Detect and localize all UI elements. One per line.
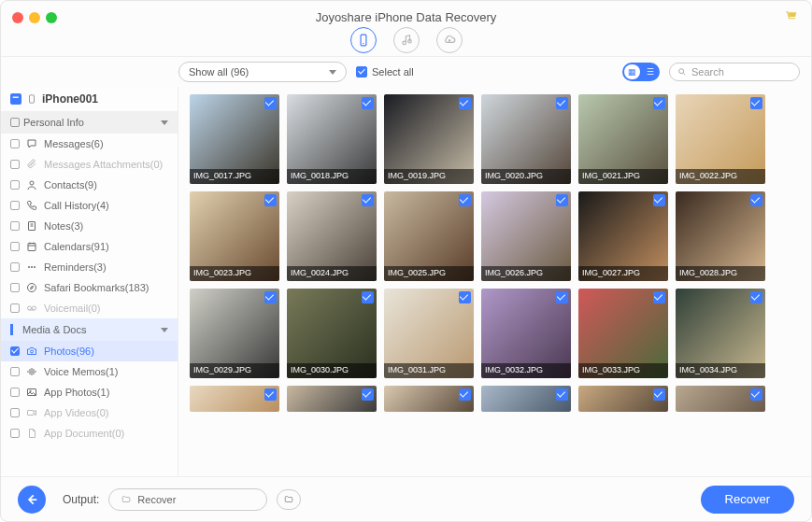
photo-thumbnail[interactable]: IMG_0028.JPG bbox=[676, 191, 765, 281]
mode-icloud[interactable] bbox=[436, 27, 463, 53]
checkbox-icon bbox=[10, 201, 20, 210]
main-body: iPhone001 Personal Info Messages(6)Messa… bbox=[1, 87, 811, 476]
photo-thumbnail[interactable]: IMG_0019.JPG bbox=[384, 94, 474, 184]
checkbox-icon bbox=[556, 97, 568, 109]
filter-dropdown[interactable]: Show all (96) bbox=[178, 62, 347, 82]
back-button[interactable] bbox=[18, 486, 46, 514]
photo-thumbnail[interactable]: IMG_0018.JPG bbox=[287, 94, 377, 184]
maximize-icon[interactable] bbox=[46, 12, 57, 23]
photo-thumbnail[interactable]: IMG_0027.JPG bbox=[578, 191, 668, 281]
browse-folder-button[interactable] bbox=[277, 489, 301, 510]
photo-thumbnail[interactable] bbox=[190, 386, 279, 412]
cart-icon[interactable] bbox=[785, 10, 798, 23]
checkbox-icon bbox=[653, 97, 665, 109]
checkbox-icon bbox=[10, 180, 20, 190]
photo-thumbnail[interactable]: IMG_0020.JPG bbox=[481, 94, 571, 184]
search-input[interactable]: Search bbox=[669, 63, 800, 81]
sidebar-item-label: App Document(0) bbox=[44, 428, 124, 439]
category-personal[interactable]: Personal Info bbox=[1, 111, 178, 134]
phone-icon bbox=[25, 200, 38, 211]
photo-filename: IMG_0024.JPG bbox=[287, 266, 377, 281]
photo-filename: IMG_0027.JPG bbox=[578, 266, 668, 281]
svg-rect-6 bbox=[30, 95, 35, 103]
photo-thumbnail[interactable]: IMG_0033.JPG bbox=[578, 289, 668, 378]
photo-thumbnail[interactable]: IMG_0021.JPG bbox=[578, 94, 668, 184]
sidebar-item[interactable]: Safari Bookmarks(183) bbox=[1, 277, 178, 298]
svg-rect-30 bbox=[28, 411, 35, 416]
photo-thumbnail[interactable] bbox=[481, 386, 571, 412]
photo-filename: IMG_0017.JPG bbox=[190, 169, 279, 184]
svg-point-4 bbox=[679, 69, 684, 74]
checkbox-icon bbox=[264, 97, 277, 109]
photo-thumbnail[interactable]: IMG_0030.JPG bbox=[287, 289, 377, 378]
sidebar-item[interactable]: Call History(4) bbox=[1, 195, 178, 216]
photo-filename: IMG_0026.JPG bbox=[481, 266, 571, 281]
photo-thumbnail[interactable]: IMG_0031.JPG bbox=[384, 289, 474, 378]
mode-itunes[interactable] bbox=[393, 27, 420, 53]
photo-thumbnail[interactable]: IMG_0032.JPG bbox=[481, 289, 571, 378]
photo-thumbnail[interactable]: IMG_0029.JPG bbox=[190, 289, 279, 378]
sidebar-item-label: Messages Attachments(0) bbox=[44, 159, 163, 170]
checkbox-icon bbox=[10, 262, 20, 272]
checkbox-icon bbox=[750, 291, 762, 303]
device-row[interactable]: iPhone001 bbox=[1, 87, 178, 111]
checkbox-icon bbox=[10, 242, 20, 251]
checkbox-icon bbox=[10, 388, 20, 397]
note-icon bbox=[25, 220, 38, 232]
photo-thumbnail[interactable] bbox=[287, 386, 377, 412]
photo-thumbnail[interactable]: IMG_0022.JPG bbox=[676, 94, 765, 184]
photo-thumbnail[interactable]: IMG_0025.JPG bbox=[384, 191, 474, 281]
svg-point-16 bbox=[31, 266, 33, 268]
sidebar-item[interactable]: Messages(6) bbox=[1, 134, 178, 154]
chevron-down-icon bbox=[161, 328, 168, 332]
checkbox-icon bbox=[653, 291, 665, 303]
recover-button[interactable]: Recover bbox=[701, 486, 794, 514]
svg-point-7 bbox=[30, 181, 34, 185]
window-controls bbox=[12, 12, 57, 23]
close-icon[interactable] bbox=[12, 12, 23, 23]
photo-thumbnail[interactable]: IMG_0017.JPG bbox=[190, 94, 279, 184]
photo-filename: IMG_0018.JPG bbox=[287, 169, 377, 184]
output-path[interactable]: Recover bbox=[108, 488, 267, 511]
grid-view-button[interactable]: ▦ bbox=[624, 64, 640, 79]
sidebar-item-label: Photos(96) bbox=[44, 346, 94, 357]
checkbox-icon bbox=[556, 388, 568, 401]
photo-thumbnail[interactable]: IMG_0034.JPG bbox=[676, 289, 765, 378]
checkbox-icon bbox=[264, 388, 277, 401]
mode-device[interactable] bbox=[350, 27, 377, 53]
sidebar-item[interactable]: Notes(3) bbox=[1, 216, 178, 236]
checkbox-icon bbox=[10, 303, 20, 313]
user-icon bbox=[25, 179, 38, 190]
photo-thumbnail[interactable]: IMG_0024.JPG bbox=[287, 191, 377, 281]
sidebar-item[interactable]: Reminders(3) bbox=[1, 257, 178, 277]
sidebar-item-label: Contacts(9) bbox=[44, 179, 97, 190]
list-view-button[interactable]: ☰ bbox=[642, 64, 658, 79]
sidebar-item[interactable]: Photos(96) bbox=[1, 341, 178, 361]
photo-thumbnail[interactable] bbox=[384, 386, 474, 412]
category-media[interactable]: Media & Docs bbox=[1, 318, 178, 341]
sidebar-item[interactable]: Calendars(91) bbox=[1, 236, 178, 257]
device-name: iPhone001 bbox=[42, 92, 98, 106]
photo-thumbnail[interactable] bbox=[676, 386, 765, 412]
svg-point-18 bbox=[28, 284, 36, 292]
photo-thumbnail[interactable] bbox=[578, 386, 668, 412]
photo-filename: IMG_0023.JPG bbox=[190, 266, 279, 281]
output-label: Output: bbox=[63, 493, 99, 506]
camera-icon bbox=[25, 346, 38, 357]
select-all-checkbox[interactable]: Select all bbox=[356, 66, 414, 78]
minimize-icon[interactable] bbox=[29, 12, 40, 23]
sidebar-item[interactable]: Contacts(9) bbox=[1, 175, 178, 195]
svg-point-19 bbox=[28, 306, 32, 310]
photo-thumbnail[interactable]: IMG_0026.JPG bbox=[481, 191, 571, 281]
chat-icon bbox=[25, 138, 38, 149]
photo-filename: IMG_0025.JPG bbox=[384, 266, 474, 281]
checkbox-icon bbox=[10, 139, 20, 148]
photo-thumbnail[interactable]: IMG_0023.JPG bbox=[190, 191, 279, 281]
checkbox-icon bbox=[750, 97, 762, 109]
svg-point-20 bbox=[33, 306, 36, 310]
sidebar-item[interactable]: Voice Memos(1) bbox=[1, 361, 178, 382]
compass-icon bbox=[25, 282, 38, 293]
titlebar: Joyoshare iPhone Data Recovery bbox=[1, 1, 811, 57]
checkbox-icon bbox=[556, 194, 568, 206]
sidebar-item[interactable]: App Photos(1) bbox=[1, 382, 178, 402]
